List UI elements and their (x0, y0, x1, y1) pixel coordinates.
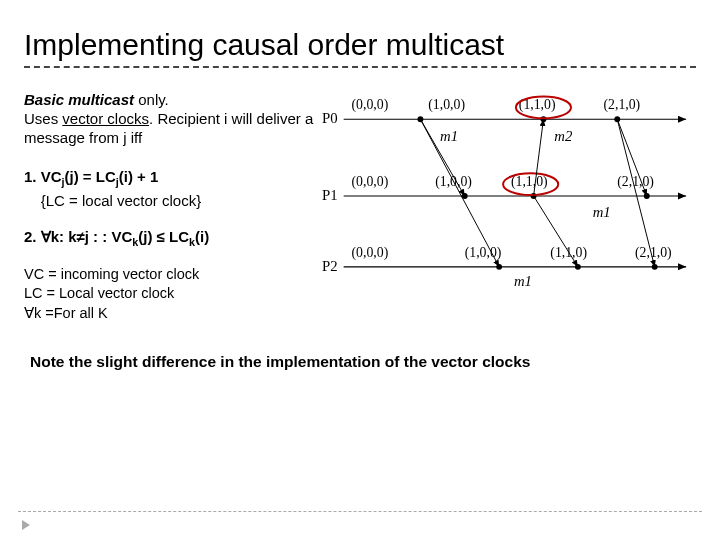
p2-v1: (1,0,0) (465, 245, 502, 261)
footer-divider (18, 511, 702, 512)
p2-m1: m1 (514, 273, 532, 289)
def-vc: VC = incoming vector clock (24, 266, 199, 282)
intro-lead: Basic multicast (24, 91, 134, 108)
process-label-p2: P2 (322, 258, 338, 274)
rule1-prefix: 1. VC (24, 168, 62, 185)
p0-m2: m2 (554, 128, 573, 144)
p2-v0: (0,0,0) (352, 245, 389, 261)
rule1-mid1: (j) = LC (65, 168, 116, 185)
p0-v3: (2,1,0) (603, 97, 640, 113)
svg-point-7 (644, 193, 650, 199)
page-title: Implementing causal order multicast (24, 28, 696, 68)
intro-lead-rest: only. (134, 91, 169, 108)
process-label-p1: P1 (322, 187, 338, 203)
p0-m1: m1 (440, 128, 458, 144)
intro-line2a: Uses (24, 110, 62, 127)
intro-vector-clocks: vector clocks (62, 110, 149, 127)
rule2-tail: (i) (195, 228, 209, 245)
definitions: VC = incoming vector clock LC = Local ve… (24, 265, 314, 324)
footnote: Note the slight difference in the implem… (30, 353, 696, 371)
p0-v1: (1,0,0) (428, 97, 465, 113)
p0-v0: (0,0,0) (352, 97, 389, 113)
process-label-p0: P0 (322, 110, 338, 126)
diagram-column: P0 (0,0,0) (1,0,0) (1,1,0) (2,1,0) m1 m2… (322, 90, 696, 349)
rule2-mid: (j) ≤ LC (138, 228, 189, 245)
svg-point-10 (575, 264, 581, 270)
svg-line-13 (420, 119, 499, 267)
rule1-subline: {LC = local vector clock} (41, 192, 202, 209)
rule1-mid2: (i) + 1 (119, 168, 159, 185)
p2-v3: (2,1,0) (635, 245, 672, 261)
rule-2: 2. ∀k: k≠j : : VCk(j) ≤ LCk(i) (24, 226, 314, 251)
intro-paragraph: Basic multicast only. Uses vector clocks… (24, 90, 314, 148)
text-column: Basic multicast only. Uses vector clocks… (24, 90, 314, 349)
rule-1: 1. VCj(j) = LCj(i) + 1 {LC = local vecto… (24, 166, 314, 212)
nav-arrow-icon (22, 520, 30, 530)
p1-v3: (2,1,0) (617, 174, 654, 190)
p1-v2: (1,1,0) (511, 174, 548, 190)
def-lc: LC = Local vector clock (24, 285, 174, 301)
rule2-prefix: 2. ∀k: k≠j : : VC (24, 228, 132, 245)
p1-m1: m1 (593, 204, 611, 220)
def-forall: ∀k =For all K (24, 305, 108, 321)
p1-v0: (0,0,0) (352, 174, 389, 190)
svg-point-11 (652, 264, 658, 270)
vector-clock-diagram: P0 (0,0,0) (1,0,0) (1,1,0) (2,1,0) m1 m2… (322, 90, 696, 300)
